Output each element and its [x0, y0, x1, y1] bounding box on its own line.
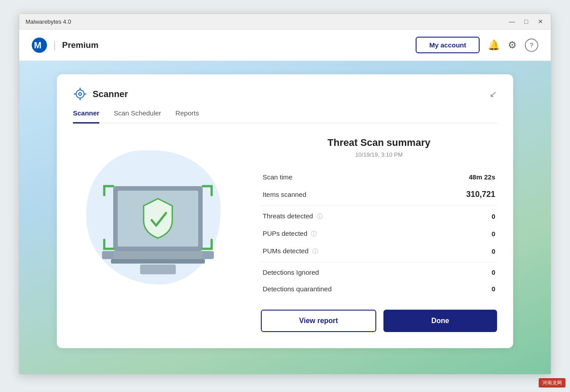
- scanner-icon: [73, 87, 87, 101]
- detections-quarantined-label: Detections quarantined: [261, 281, 424, 297]
- threats-detected-value: 0: [424, 208, 497, 225]
- threats-detected-label: Threats detected ⓘ: [261, 208, 424, 225]
- pums-detected-label: PUMs detected ⓘ: [261, 243, 424, 260]
- svg-rect-11: [111, 259, 205, 264]
- logo-text: Premium: [62, 40, 98, 50]
- title-bar: Malwarebytes 4.0 — □ ✕: [19, 14, 551, 30]
- scanner-card: Scanner ↙ Scanner Scan Scheduler Reports: [57, 74, 513, 348]
- svg-point-3: [79, 93, 81, 95]
- table-row: Items scanned 310,721: [261, 185, 497, 204]
- maximize-button[interactable]: □: [522, 17, 530, 26]
- card-title-area: Scanner: [73, 87, 128, 101]
- pups-detected-label: PUPs detected ⓘ: [261, 225, 424, 243]
- summary-title: Threat Scan summary: [261, 137, 497, 149]
- logo-area: M | Premium: [32, 38, 98, 53]
- tabs-container: Scanner Scan Scheduler Reports: [73, 109, 497, 124]
- laptop-illustration: [86, 168, 230, 294]
- table-row: Detections quarantined 0: [261, 281, 497, 297]
- settings-icon[interactable]: ⚙: [508, 39, 517, 51]
- info-icon: ⓘ: [311, 230, 317, 237]
- table-row: PUPs detected ⓘ 0: [261, 225, 497, 243]
- done-button[interactable]: Done: [383, 310, 497, 332]
- table-row: Threats detected ⓘ 0: [261, 208, 497, 225]
- card-title: Scanner: [93, 89, 128, 99]
- table-row: PUMs detected ⓘ 0: [261, 243, 497, 260]
- tab-reports[interactable]: Reports: [175, 109, 199, 124]
- my-account-button[interactable]: My account: [416, 37, 480, 53]
- svg-point-2: [76, 90, 84, 98]
- info-icon: ⓘ: [312, 248, 318, 255]
- view-report-button[interactable]: View report: [261, 310, 376, 332]
- help-icon[interactable]: ?: [525, 38, 538, 52]
- close-button[interactable]: ✕: [536, 17, 544, 26]
- card-body: Threat Scan summary 10/19/19, 3:10 PM Sc…: [73, 137, 497, 332]
- logo-divider: |: [53, 39, 56, 51]
- separator-row: [261, 260, 497, 264]
- illustration-area: [73, 137, 243, 325]
- tab-scanner[interactable]: Scanner: [73, 109, 99, 124]
- window-controls: — □ ✕: [508, 17, 544, 26]
- collapse-icon[interactable]: ↙: [489, 89, 497, 99]
- detections-ignored-value: 0: [424, 264, 497, 281]
- items-scanned-value: 310,721: [424, 185, 497, 204]
- action-buttons: View report Done: [261, 310, 497, 332]
- svg-rect-13: [140, 264, 176, 274]
- watermark: 河南龙网: [539, 378, 566, 388]
- malwarebytes-logo-icon: M: [32, 38, 47, 53]
- window-title: Malwarebytes 4.0: [26, 18, 71, 25]
- notification-icon[interactable]: 🔔: [488, 39, 500, 51]
- table-row: Detections Ignored 0: [261, 264, 497, 281]
- pums-detected-value: 0: [424, 243, 497, 260]
- summary-table: Scan time 48m 22s Items scanned 310,721: [261, 169, 497, 297]
- svg-text:M: M: [34, 40, 42, 50]
- detections-quarantined-value: 0: [424, 281, 497, 297]
- pups-detected-value: 0: [424, 225, 497, 243]
- table-row: Scan time 48m 22s: [261, 169, 497, 185]
- svg-rect-12: [113, 251, 203, 259]
- card-header: Scanner ↙: [73, 87, 497, 101]
- scan-time-label: Scan time: [261, 169, 424, 185]
- separator-row: [261, 204, 497, 208]
- main-content: Scanner ↙ Scanner Scan Scheduler Reports: [19, 61, 551, 374]
- summary-area: Threat Scan summary 10/19/19, 3:10 PM Sc…: [252, 137, 497, 332]
- app-header: M | Premium My account 🔔 ⚙ ?: [19, 30, 551, 61]
- app-window: Malwarebytes 4.0 — □ ✕ M | Premium My ac…: [19, 13, 551, 375]
- items-scanned-label: Items scanned: [261, 185, 424, 204]
- tab-scan-scheduler[interactable]: Scan Scheduler: [114, 109, 161, 124]
- info-icon: ⓘ: [317, 213, 323, 220]
- summary-date: 10/19/19, 3:10 PM: [261, 151, 497, 158]
- minimize-button[interactable]: —: [508, 17, 516, 26]
- header-right: My account 🔔 ⚙ ?: [416, 37, 538, 53]
- scan-time-value: 48m 22s: [424, 169, 497, 185]
- detections-ignored-label: Detections Ignored: [261, 264, 424, 281]
